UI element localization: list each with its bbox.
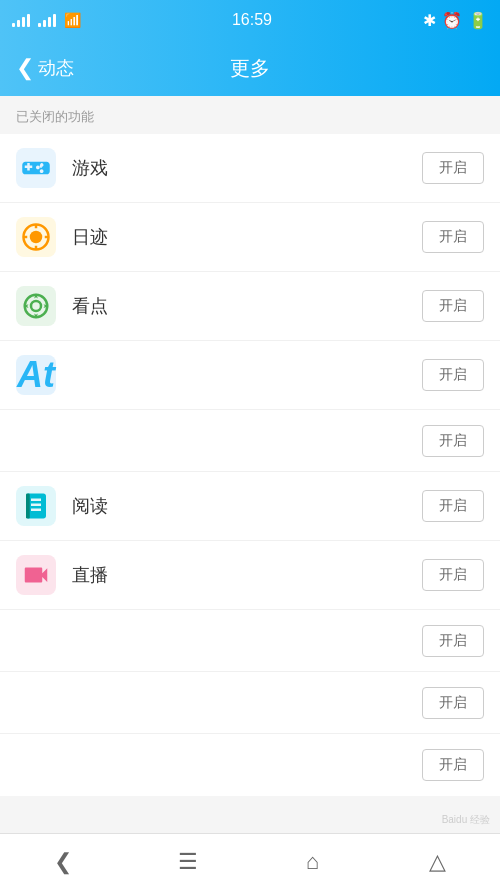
bar6 [43,20,46,27]
list-item-read: 阅读 开启 [0,472,500,541]
section-label: 已关闭的功能 [0,96,500,134]
live-label: 直播 [72,563,422,587]
list-item-8: 开启 [0,610,500,672]
list-item-at: At 开启 [0,341,500,410]
live-icon [16,555,56,595]
nav-title: 更多 [230,55,270,82]
list-item-9: 开启 [0,672,500,734]
list-item-kankan: 看点 开启 [0,272,500,341]
watermark: Baidu 经验 [442,813,490,827]
signal-bars-2 [38,13,56,27]
wifi-icon: 📶 [64,12,81,28]
read-icon [16,486,56,526]
nav-back-icon: ❮ [54,849,72,875]
bar4 [27,14,30,27]
game-icon [16,148,56,188]
status-right: ✱ ⏰ 🔋 [423,11,488,30]
bottom-nav-prev[interactable]: △ [375,834,500,889]
svg-rect-8 [26,494,30,519]
bar1 [12,23,15,27]
svg-point-1 [30,231,43,244]
svg-point-6 [25,295,48,318]
nav-prev-icon: △ [429,849,446,875]
bar2 [17,20,20,27]
back-button[interactable]: ❮ 动态 [16,55,74,81]
bar7 [48,17,51,27]
svg-point-7 [31,301,41,311]
status-left: 📶 [12,12,81,28]
game-label: 游戏 [72,156,422,180]
kankan-enable-button[interactable]: 开启 [422,290,484,322]
kankan-label: 看点 [72,294,422,318]
item5-enable-button[interactable]: 开启 [422,425,484,457]
diary-enable-button[interactable]: 开启 [422,221,484,253]
alarm-icon: ⏰ [442,11,462,30]
game-enable-button[interactable]: 开启 [422,152,484,184]
feature-list: 游戏 开启 日迹 开启 [0,134,500,796]
bottom-nav-home[interactable]: ⌂ [250,834,375,889]
diary-icon [16,217,56,257]
bottom-nav: ❮ ☰ ⌂ △ [0,833,500,889]
signal-bars-1 [12,13,30,27]
kankan-icon [16,286,56,326]
item8-enable-button[interactable]: 开启 [422,625,484,657]
status-bar: 📶 16:59 ✱ ⏰ 🔋 [0,0,500,40]
list-item-live: 直播 开启 [0,541,500,610]
status-time: 16:59 [232,11,272,29]
bottom-nav-menu[interactable]: ☰ [125,834,250,889]
list-item-5: 开启 [0,410,500,472]
read-label: 阅读 [72,494,422,518]
diary-label: 日迹 [72,225,422,249]
live-enable-button[interactable]: 开启 [422,559,484,591]
list-item-diary: 日迹 开启 [0,203,500,272]
read-enable-button[interactable]: 开启 [422,490,484,522]
bottom-nav-back[interactable]: ❮ [0,834,125,889]
bluetooth-icon: ✱ [423,11,436,30]
bar5 [38,23,41,27]
list-item-10: 开启 [0,734,500,796]
back-label: 动态 [38,56,74,80]
nav-bar: ❮ 动态 更多 [0,40,500,96]
bar3 [22,17,25,27]
at-enable-button[interactable]: 开启 [422,359,484,391]
nav-home-icon: ⌂ [306,849,319,875]
nav-menu-icon: ☰ [178,849,198,875]
item9-enable-button[interactable]: 开启 [422,687,484,719]
at-icon: At [16,355,56,395]
bar8 [53,14,56,27]
list-item-game: 游戏 开启 [0,134,500,203]
battery-icon: 🔋 [468,11,488,30]
back-chevron-icon: ❮ [16,55,34,81]
item10-enable-button[interactable]: 开启 [422,749,484,781]
